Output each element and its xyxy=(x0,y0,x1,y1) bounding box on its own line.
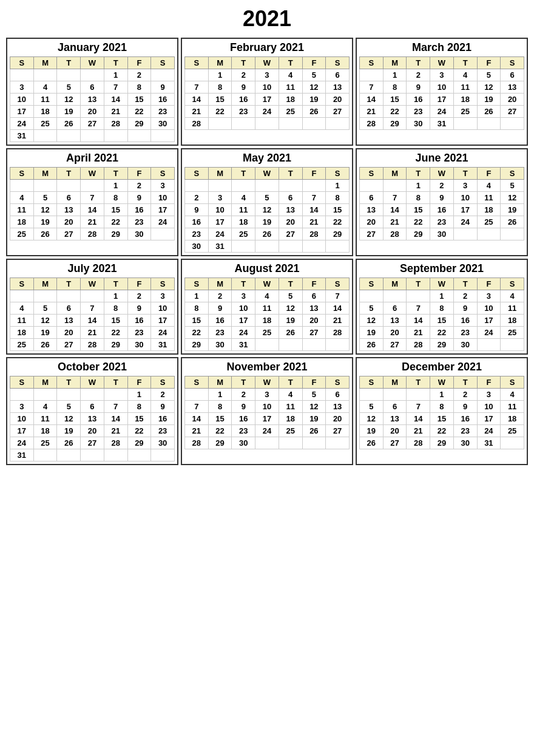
calendar-day xyxy=(33,180,57,192)
calendar-day: 5 xyxy=(57,401,81,413)
calendar-day: 29 xyxy=(383,118,407,130)
calendar-day: 1 xyxy=(430,389,454,401)
calendar-day: 10 xyxy=(208,204,232,216)
calendar-day: 15 xyxy=(185,315,209,327)
calendar-day: 23 xyxy=(208,327,232,339)
calendar-day: 7 xyxy=(383,192,407,204)
calendar-day: 16 xyxy=(407,94,430,106)
calendar-day: 22 xyxy=(104,216,127,228)
calendar-day: 14 xyxy=(360,94,384,106)
calendar-day: 28 xyxy=(326,327,350,339)
calendar-day xyxy=(360,290,384,302)
calendar-day: 18 xyxy=(232,216,255,228)
calendar-day xyxy=(255,118,279,130)
calendar-day: 11 xyxy=(10,315,34,327)
calendar-day: 28 xyxy=(104,118,127,130)
day-header-T-2: T xyxy=(57,168,81,180)
calendar-day: 21 xyxy=(326,315,350,327)
calendar-day: 18 xyxy=(477,204,501,216)
calendar-day xyxy=(104,449,127,461)
month-table-4: SMTWTFS123456789101112131415161718192021… xyxy=(10,167,175,240)
day-header-S-0: S xyxy=(10,278,34,290)
month-block-11: November 2021SMTWTFS12345678910111213141… xyxy=(181,357,353,465)
day-header-F-5: F xyxy=(477,278,501,290)
calendar-day: 26 xyxy=(302,425,326,437)
calendar-day: 20 xyxy=(383,327,407,339)
calendar-day: 20 xyxy=(81,106,104,118)
calendar-day xyxy=(255,240,279,253)
calendar-day: 31 xyxy=(10,449,34,461)
calendar-day: 17 xyxy=(477,315,501,327)
calendar-day: 7 xyxy=(104,81,127,94)
day-header-S-6: S xyxy=(326,57,350,69)
calendar-day: 20 xyxy=(383,425,407,437)
calendar-day: 11 xyxy=(501,302,524,315)
calendar-day: 26 xyxy=(501,216,524,228)
day-header-M-1: M xyxy=(383,376,407,389)
calendar-day: 4 xyxy=(453,69,477,81)
day-header-T-2: T xyxy=(407,57,430,69)
day-header-T-2: T xyxy=(232,278,255,290)
day-header-T-4: T xyxy=(104,57,127,69)
month-title-5: May 2021 xyxy=(184,152,350,165)
calendar-day: 6 xyxy=(57,302,81,315)
month-title-9: September 2021 xyxy=(359,262,524,275)
calendar-day: 24 xyxy=(151,216,175,228)
calendar-day xyxy=(302,339,326,351)
table-row: 14151617181920 xyxy=(185,413,350,425)
calendar-day: 18 xyxy=(10,216,34,228)
calendar-day xyxy=(477,339,501,351)
calendar-day: 23 xyxy=(151,425,175,437)
day-header-S-0: S xyxy=(360,278,384,290)
calendar-day: 6 xyxy=(360,192,384,204)
calendar-day: 11 xyxy=(232,204,255,216)
calendar-day: 4 xyxy=(10,192,34,204)
calendar-day: 2 xyxy=(453,389,477,401)
calendar-day: 27 xyxy=(360,228,384,240)
calendar-day: 28 xyxy=(360,118,384,130)
calendar-day: 11 xyxy=(255,302,279,315)
calendar-day: 10 xyxy=(255,81,279,94)
day-header-T-4: T xyxy=(104,278,127,290)
calendar-day: 5 xyxy=(302,69,326,81)
calendar-day: 2 xyxy=(127,290,151,302)
calendar-day: 6 xyxy=(383,401,407,413)
calendar-day: 9 xyxy=(127,192,151,204)
day-header-S-6: S xyxy=(326,168,350,180)
calendar-day: 19 xyxy=(255,216,279,228)
calendar-day: 16 xyxy=(151,413,175,425)
calendar-day: 17 xyxy=(255,413,279,425)
calendar-day xyxy=(279,339,302,351)
calendar-day: 24 xyxy=(10,437,34,449)
calendar-day: 13 xyxy=(81,94,104,106)
calendar-day: 23 xyxy=(185,228,209,240)
calendar-day: 23 xyxy=(453,425,477,437)
calendar-day: 5 xyxy=(33,302,57,315)
calendar-day: 27 xyxy=(383,339,407,351)
calendar-day: 11 xyxy=(33,94,57,106)
calendar-day: 2 xyxy=(208,290,232,302)
day-header-W-3: W xyxy=(430,376,454,389)
calendar-day xyxy=(453,118,477,130)
month-title-4: April 2021 xyxy=(10,152,175,165)
calendar-day: 30 xyxy=(208,339,232,351)
day-header-T-2: T xyxy=(232,168,255,180)
table-row: 78910111213 xyxy=(185,81,350,94)
day-header-W-3: W xyxy=(255,376,279,389)
calendar-day: 24 xyxy=(453,216,477,228)
month-title-6: June 2021 xyxy=(359,152,524,165)
day-header-W-3: W xyxy=(81,278,104,290)
table-row: 28 xyxy=(185,118,350,130)
day-header-S-6: S xyxy=(151,168,175,180)
table-row: 21222324252627 xyxy=(360,106,524,118)
table-row: 20212223242526 xyxy=(360,216,524,228)
calendar-day: 14 xyxy=(81,315,104,327)
calendar-day: 6 xyxy=(302,290,326,302)
day-header-S-6: S xyxy=(151,278,175,290)
calendar-day xyxy=(57,69,81,81)
calendar-day: 28 xyxy=(81,228,104,240)
calendar-day xyxy=(302,437,326,449)
calendar-day xyxy=(10,69,34,81)
month-block-10: October 2021SMTWTFS123456789101112131415… xyxy=(6,357,178,465)
calendar-day xyxy=(81,180,104,192)
